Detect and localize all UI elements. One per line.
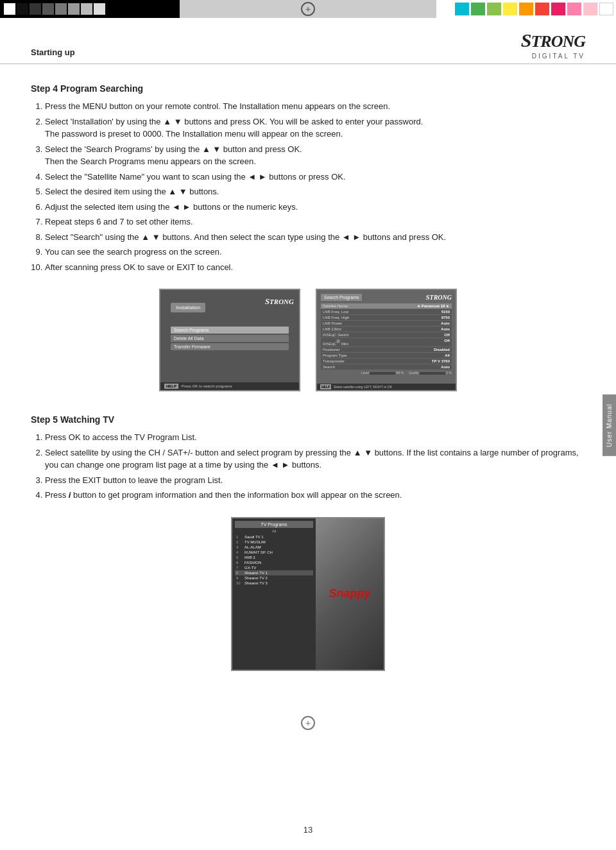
search-row: LNB Freq. High9750 xyxy=(321,315,452,320)
search-help-text: Select satellite using LEFT, RIGHT or OK xyxy=(334,385,392,389)
install-menu-item: Delete All Data xyxy=(171,335,289,342)
search-help-bar: HELP Select satellite using LEFT, RIGHT … xyxy=(317,384,456,390)
install-menu-item: Transfer Firmware xyxy=(171,343,289,350)
tv-list-panel: TV Programs All 1Saudi TV 1 2TV MUSLIM 3… xyxy=(232,518,316,670)
swatch-lightpink xyxy=(583,3,597,15)
step4-section: Step 4 Program Searching Press the MENU … xyxy=(31,83,585,391)
right-side-tab: User Manual xyxy=(603,395,616,456)
tl-block-light1 xyxy=(68,3,80,15)
help-label: HELP xyxy=(164,384,178,389)
tv-list-item: 5IRIB 3 xyxy=(235,555,313,560)
tv-list-item: 9Shaanxi TV 2 xyxy=(235,575,313,581)
top-bar-left xyxy=(0,0,180,18)
swatch-orange xyxy=(519,3,533,15)
crosshair-icon: + xyxy=(301,716,315,730)
swatch-white xyxy=(599,3,613,15)
list-item: Press the EXIT button to leave the progr… xyxy=(45,474,585,487)
search-table: Satellite Name◄ Panamsat 18 ► LNB Freq. … xyxy=(321,303,452,370)
tl-block-dark xyxy=(30,3,41,15)
search-row: LNB Freq. Low5150 xyxy=(321,309,452,314)
logo-area: STRONG DIGITAL TV xyxy=(521,30,585,60)
tv-list-item: 10Shaanxi TV 3 xyxy=(235,581,313,586)
step5-section: Step 5 Watching TV Press OK to access th… xyxy=(31,414,585,671)
install-menu: Search Programs Delete All Data Transfer… xyxy=(171,327,289,350)
screenshots-row: Installation STRONG Search Programs Dele… xyxy=(31,289,585,391)
list-item: Select the "Satellite Name" you want to … xyxy=(45,171,585,183)
tv-channel-image: Snappy xyxy=(329,587,370,600)
step4-list: Press the MENU button on your remote con… xyxy=(31,100,585,273)
swatch-cyan xyxy=(455,3,469,15)
list-item: Select the 'Search Programs' by using th… xyxy=(45,143,585,168)
tv-list-item: 6FASHION xyxy=(235,560,313,565)
list-item: Adjust the selected item using the ◄ ► b… xyxy=(45,201,585,214)
install-header-label: Installation xyxy=(171,303,205,312)
tv-programs-inner: TV Programs All 1Saudi TV 1 2TV MUSLIM 3… xyxy=(232,518,384,670)
top-bar-right xyxy=(436,0,616,18)
strong-logo: STRONG xyxy=(521,30,585,51)
search-row: PositionerDisabled xyxy=(321,347,452,352)
list-item: After scanning press OK to save or EXIT … xyxy=(45,261,585,274)
list-item: Select 'Installation' by using the ▲ ▼ b… xyxy=(45,115,585,140)
page-header: Starting up STRONG DIGITAL TV xyxy=(0,18,616,64)
tv-list-header: TV Programs xyxy=(235,521,313,528)
search-screen-mockup: Search Programs STRONG Satellite Name◄ P… xyxy=(317,290,456,390)
search-row: LNB 22khzAuto xyxy=(321,327,452,332)
tv-list-item: 3AL-ALAM xyxy=(235,545,313,550)
help-text: Press OK to search programs xyxy=(182,384,232,388)
search-header-label: Search Programs xyxy=(321,294,362,301)
tv-list-subheader: All xyxy=(235,529,313,533)
tv-image-panel: Snappy xyxy=(316,518,384,670)
main-content: Step 4 Program Searching Press the MENU … xyxy=(0,64,616,710)
tl-block-mid2 xyxy=(55,3,67,15)
list-item: Press i button to get program informatio… xyxy=(45,489,585,502)
list-item: Select satellite by using the CH / SAT+/… xyxy=(45,446,585,472)
list-item: You can see the search progress on the s… xyxy=(45,246,585,259)
list-item: Press OK to access the TV Program List. xyxy=(45,431,585,444)
swatch-pink xyxy=(567,3,581,15)
tv-list-item: 7GX-TV xyxy=(235,565,313,570)
page-number: 13 xyxy=(304,825,312,835)
help-label: HELP xyxy=(320,384,331,389)
top-bar-center: + xyxy=(180,0,436,18)
tv-programs-screenshot: TV Programs All 1Saudi TV 1 2TV MUSLIM 3… xyxy=(231,517,385,671)
tv-list-item: 2TV MUSLIM xyxy=(235,540,313,545)
install-help-bar: HELP Press OK to search programs xyxy=(160,382,299,390)
list-item: Press the MENU button on your remote con… xyxy=(45,100,585,113)
list-item: Select "Search" using the ▲ ▼ buttons. A… xyxy=(45,231,585,244)
signal-level: Level 88 % Quality 0 % xyxy=(321,371,452,375)
list-item: Select the desired item using the ▲ ▼ bu… xyxy=(45,185,585,198)
center-crosshair-icon: + xyxy=(301,2,315,16)
search-row: DiSEqC® MiniOff xyxy=(321,338,452,346)
list-item: Repeat steps 6 and 7 to set other items. xyxy=(45,216,585,228)
installation-screenshot: Installation STRONG Search Programs Dele… xyxy=(159,289,300,391)
install-logo: STRONG xyxy=(265,295,294,307)
search-row: DiSEqC SwitchOff xyxy=(321,332,452,337)
tv-list-item: 1Saudi TV 1 xyxy=(235,534,313,540)
tv-list-item: 8Shaanxi TV 1 xyxy=(235,570,313,575)
tl-block-lighter xyxy=(94,3,105,15)
search-programs-screenshot: Search Programs STRONG Satellite Name◄ P… xyxy=(316,289,457,391)
swatch-red2 xyxy=(551,3,565,15)
step4-title: Step 4 Program Searching xyxy=(31,83,585,94)
tv-programs-container: TV Programs All 1Saudi TV 1 2TV MUSLIM 3… xyxy=(31,517,585,671)
search-row: TransponderTP V 3760 xyxy=(321,359,452,364)
swatch-yellow xyxy=(503,3,517,15)
search-row: LNB PowerAuto xyxy=(321,321,452,326)
swatch-red xyxy=(535,3,549,15)
bottom-crosshair: + xyxy=(0,710,616,736)
install-menu-item: Search Programs xyxy=(171,327,289,334)
tl-block-mid1 xyxy=(42,3,54,15)
search-logo: STRONG xyxy=(425,293,452,301)
tv-list-item: 4KUWAIT SP. CH xyxy=(235,550,313,555)
tl-block-black xyxy=(17,3,28,15)
swatch-green2 xyxy=(487,3,501,15)
search-row: Satellite Name◄ Panamsat 18 ► xyxy=(321,303,452,309)
tl-block-light2 xyxy=(81,3,92,15)
search-row: SearchAuto xyxy=(321,364,452,370)
swatch-green xyxy=(471,3,485,15)
section-label: Starting up xyxy=(31,47,75,60)
step5-list: Press OK to access the TV Program List. … xyxy=(31,431,585,502)
digital-tv-label: DIGITAL TV xyxy=(521,53,585,60)
top-bar: + xyxy=(0,0,616,18)
install-screen-mockup: Installation STRONG Search Programs Dele… xyxy=(160,290,299,390)
